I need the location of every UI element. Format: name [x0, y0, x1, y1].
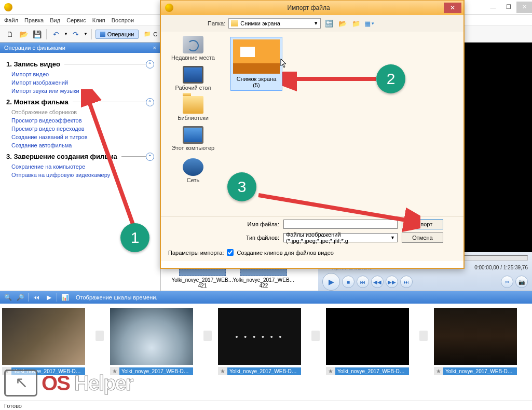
- places-sidebar: Недавние места Рабочий стол Библиотеки Э…: [161, 32, 225, 216]
- transition-placeholder[interactable]: [203, 331, 212, 341]
- rewind-tl-button[interactable]: ⏮: [32, 293, 41, 302]
- separator: [46, 29, 47, 39]
- dialog-title: Импорт файла: [173, 4, 444, 11]
- collapse-icon[interactable]: ⌃: [146, 153, 154, 161]
- storyboard-clip[interactable]: ★Yolki_novye_2017_WEB-DLR…: [434, 308, 517, 397]
- storyboard-clip[interactable]: ★Yolki_novye_2017_WEB-DLR…: [326, 308, 409, 397]
- prev-button[interactable]: ⏮: [357, 276, 369, 288]
- new-project-button[interactable]: 🗋: [4, 29, 16, 40]
- place-this-pc[interactable]: Этот компьютер: [163, 126, 223, 151]
- dropdown-icon: ▼: [313, 21, 318, 26]
- clip-label: Yolki_novye_2017_WEB-DLR…: [227, 367, 301, 375]
- back-button[interactable]: 🔙: [324, 18, 334, 29]
- clip-item[interactable]: Yolki_novye_2017_WEB… 422: [238, 269, 290, 289]
- menu-view[interactable]: Вид: [50, 17, 60, 23]
- undo-button[interactable]: ↶: [50, 29, 62, 40]
- transition-placeholder[interactable]: [96, 331, 104, 341]
- timeline-toolbar: 🔍 🔎 ⏮ ▶ 📊 Отображение шкалы времени.: [0, 291, 532, 304]
- separator: [91, 29, 92, 39]
- effect-icon[interactable]: ★: [434, 367, 443, 375]
- watermark-icon: [4, 370, 37, 397]
- new-folder-button[interactable]: 📁: [351, 18, 361, 29]
- zoom-in-button[interactable]: 🔍: [3, 293, 12, 302]
- clip-thumbnail: [179, 269, 226, 276]
- svg-line-0: [87, 97, 133, 224]
- effect-icon[interactable]: ★: [218, 367, 227, 375]
- snapshot-button[interactable]: 📷: [515, 276, 528, 288]
- recent-icon: [183, 36, 203, 53]
- folder-dropdown[interactable]: Снимки экрана ▼: [228, 18, 321, 29]
- annotation-arrow-2: [282, 72, 386, 92]
- menu-edit[interactable]: Правка: [24, 17, 44, 23]
- place-network[interactable]: Сеть: [163, 156, 223, 183]
- forward-button[interactable]: ▶▶: [386, 276, 398, 288]
- task-import-images[interactable]: Импорт изображений: [6, 78, 154, 87]
- up-button[interactable]: 📂: [337, 18, 348, 29]
- undo-dropdown[interactable]: ▼: [64, 32, 68, 36]
- file-list[interactable]: Снимок экрана (5): [225, 32, 463, 216]
- dropdown-icon: ▼: [390, 235, 395, 240]
- filetype-value: Файлы изображений (*.jpg;*.jpeg;*.jpe;*.…: [286, 231, 390, 244]
- playback-buttons: ▶ ■ ⏮ ◀◀ ▶▶ ⏭ ✂ 📷: [318, 271, 532, 293]
- collapse-icon[interactable]: ⌃: [146, 98, 154, 106]
- redo-dropdown[interactable]: ▼: [84, 32, 88, 36]
- collections-label: С: [153, 31, 157, 37]
- rewind-button[interactable]: ◀◀: [371, 276, 384, 288]
- dialog-app-icon: [165, 4, 173, 12]
- tasks-panel-close[interactable]: ×: [153, 45, 156, 51]
- transition-placeholder[interactable]: [311, 331, 320, 341]
- svg-line-2: [258, 195, 412, 221]
- storyboard-clip[interactable]: ★Yolki_novye_2017_WEB-DLR…: [218, 308, 301, 397]
- dialog-body: Недавние места Рабочий стол Библиотеки Э…: [161, 32, 463, 216]
- menu-clip[interactable]: Клип: [92, 17, 105, 23]
- clip-item[interactable]: Yolki_novye_2017_WEB… 421: [176, 269, 228, 289]
- file-item-selected[interactable]: Снимок экрана (5): [230, 37, 282, 91]
- tasks-panel-header: Операции с фильмами ×: [0, 43, 160, 53]
- clip-label: Yolki_novye_2017_WEB-DLR…: [335, 367, 409, 375]
- clip-thumbnail: [110, 308, 193, 365]
- stop-button[interactable]: ■: [342, 276, 354, 288]
- save-button[interactable]: 💾: [31, 29, 43, 40]
- clip-thumbnail: [326, 308, 409, 365]
- collections-toggle[interactable]: 📁 С: [141, 30, 160, 38]
- dialog-titlebar[interactable]: Импорт файла ✕: [161, 1, 463, 15]
- computer-icon: [183, 126, 203, 144]
- show-timeline-button[interactable]: 📊: [60, 293, 70, 302]
- menu-file[interactable]: Файл: [4, 17, 18, 23]
- split-button[interactable]: ✂: [501, 276, 513, 288]
- collapse-icon[interactable]: ⌃: [146, 60, 154, 69]
- play-button[interactable]: ▶: [322, 273, 340, 291]
- folder-value: Снимки экрана: [240, 20, 280, 26]
- menu-tools[interactable]: Сервис: [66, 17, 86, 23]
- section-capture-title: 1. Запись видео ⌃: [6, 60, 154, 68]
- views-button[interactable]: ▦▼: [364, 18, 375, 29]
- place-recent[interactable]: Недавние места: [163, 36, 223, 61]
- next-button[interactable]: ⏭: [400, 276, 413, 288]
- filetype-label: Тип файлов:: [238, 235, 279, 241]
- redo-button[interactable]: ↷: [70, 29, 81, 40]
- create-clips-checkbox[interactable]: [227, 249, 234, 256]
- clip-label: Yolki_novye_2017_WEB… 421: [171, 277, 233, 289]
- folder-label: Папка:: [208, 20, 225, 26]
- import-params-label: Параметры импорта:: [168, 250, 224, 256]
- place-desktop[interactable]: Рабочий стол: [163, 66, 223, 91]
- zoom-out-button[interactable]: 🔎: [16, 293, 25, 302]
- annotation-badge-1: 1: [120, 223, 149, 252]
- libraries-icon: [183, 96, 203, 114]
- transition-placeholder[interactable]: [419, 331, 428, 341]
- play-tl-button[interactable]: ▶: [44, 293, 53, 302]
- folder-icon: [231, 20, 238, 26]
- task-import-video[interactable]: Импорт видео: [6, 70, 154, 78]
- menu-play[interactable]: Воспрои: [112, 17, 134, 23]
- open-button[interactable]: 📂: [18, 29, 29, 40]
- cancel-button[interactable]: Отмена: [402, 233, 443, 243]
- file-thumbnail: [233, 39, 280, 74]
- place-libraries[interactable]: Библиотеки: [163, 96, 223, 121]
- network-icon: [183, 158, 203, 176]
- operations-toggle[interactable]: Операции: [96, 30, 139, 39]
- dialog-close-button[interactable]: ✕: [444, 3, 461, 13]
- status-bar: Готово: [0, 401, 532, 410]
- watermark: OS Helper: [4, 370, 132, 397]
- filetype-dropdown[interactable]: Файлы изображений (*.jpg;*.jpeg;*.jpe;*.…: [283, 233, 398, 242]
- effect-icon[interactable]: ★: [326, 367, 335, 375]
